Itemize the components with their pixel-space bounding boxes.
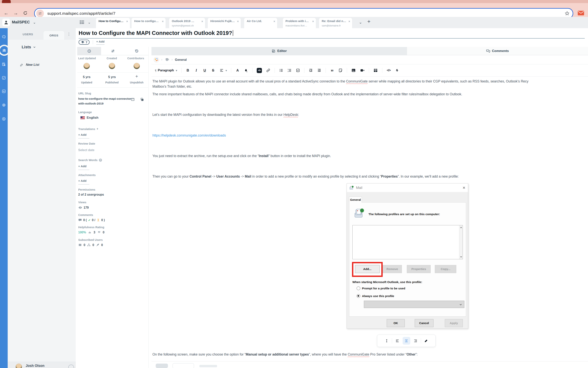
language-value[interactable]: English	[87, 116, 98, 120]
mail-dialog-screenshot[interactable]: Mail × General The following profiles ar…	[347, 183, 468, 329]
tab-comments[interactable]: Comments	[407, 47, 588, 55]
align-center-button-active[interactable]	[403, 337, 410, 345]
graduation-cap-icon[interactable]	[165, 57, 169, 62]
bottom-button-cutoff[interactable]	[172, 363, 194, 368]
paragraph[interactable]: On the following screen, make sure you c…	[153, 352, 417, 357]
translations-plus-icon[interactable]: +	[96, 127, 98, 131]
clear-format-button[interactable]	[395, 68, 399, 73]
avatar[interactable]	[84, 63, 90, 69]
tab-editor[interactable]: Editor	[152, 47, 407, 55]
close-icon[interactable]: ×	[273, 20, 275, 23]
tab-list-chevron-down-icon[interactable]: ⌄	[88, 20, 91, 25]
paragraph[interactable]: The MAPI plugin for Outlook allows you t…	[153, 79, 528, 83]
unpublish-plus-icon[interactable]: +	[128, 74, 145, 79]
font-color-button[interactable]: A	[235, 68, 240, 73]
rail-item-billing[interactable]: $	[2, 117, 6, 121]
close-icon[interactable]: ×	[312, 20, 314, 23]
reload-button[interactable]	[22, 9, 29, 17]
meta-tab-transfer[interactable]	[101, 47, 125, 55]
code-view-button[interactable]: </>	[387, 69, 391, 72]
paragraph[interactable]: You just need to extract the archive, ru…	[153, 154, 331, 158]
back-button[interactable]: ←	[3, 9, 9, 17]
indent-button[interactable]	[309, 68, 313, 73]
article-tab[interactable]: Problem with i… × massimiliano.flori…	[283, 18, 316, 28]
close-icon[interactable]: ×	[201, 20, 203, 23]
attachments-add-button[interactable]: + Add	[78, 179, 89, 184]
lists-header[interactable]: Lists	[22, 45, 36, 49]
url-text[interactable]: support.mailspec.com/app#/t/article/7	[47, 11, 115, 16]
meta-tab-history[interactable]	[125, 47, 149, 55]
video-button[interactable]	[360, 68, 365, 73]
rail-item-chat[interactable]	[2, 35, 6, 39]
paragraph-style-dropdown[interactable]: ¶ Paragraph ▾	[155, 68, 177, 72]
brand-chevron-down-icon[interactable]: ⌄	[33, 20, 36, 25]
edit-pencil-icon[interactable]	[424, 339, 428, 343]
paragraph[interactable]: Let’s start the MAPI configuration by do…	[153, 113, 299, 117]
forward-button[interactable]: →	[12, 9, 19, 17]
rail-item-tasks[interactable]	[2, 76, 6, 80]
blockquote-button[interactable]: ”	[330, 69, 334, 72]
translations-add-button[interactable]: + Add	[78, 133, 89, 138]
brand-name[interactable]: MailSPEC	[12, 20, 30, 24]
tab-orgs[interactable]: ORGS	[43, 31, 65, 40]
paragraph[interactable]: Mailbox’s Trash folder, etc.	[153, 84, 192, 89]
italic-button[interactable]: I	[194, 68, 199, 73]
new-tab-button[interactable]: +	[367, 18, 371, 25]
tab-list-button[interactable]	[79, 19, 85, 25]
bottom-button-cutoff[interactable]	[156, 364, 168, 368]
underline-button[interactable]: U	[203, 68, 207, 73]
browser-tab[interactable]	[2, 0, 11, 3]
download-link[interactable]: https://helpdesk.communigate.com/en/down…	[153, 133, 226, 138]
rail-item-articles[interactable]	[2, 62, 6, 66]
table-button[interactable]	[373, 68, 378, 73]
text-wrap-cursor-icon[interactable]	[385, 339, 389, 343]
tab-users[interactable]: USERS	[23, 33, 33, 36]
code-block-button[interactable]: </>	[257, 68, 262, 73]
meta-tab-info[interactable]	[77, 47, 101, 55]
avatar[interactable]	[134, 63, 140, 69]
thumbs-down-icon[interactable]	[97, 230, 101, 234]
review-date-input[interactable]: Select date	[78, 148, 94, 152]
mail-extension-icon[interactable]	[577, 9, 585, 17]
site-settings-icon[interactable]	[36, 9, 44, 17]
rail-item-reports[interactable]	[2, 89, 6, 93]
rail-item-settings[interactable]	[2, 103, 6, 107]
close-icon[interactable]: ×	[126, 20, 128, 23]
align-dropdown[interactable]: ▾	[219, 68, 227, 73]
breadcrumb-current[interactable]: General	[175, 58, 187, 62]
article-tab[interactable]: How to configu… ×	[131, 18, 166, 28]
paragraph[interactable]: Then you can go to your Control Panel ->…	[153, 175, 459, 179]
mailspec-logo-icon[interactable]	[154, 57, 159, 62]
account-button[interactable]	[2, 18, 10, 26]
url-slug-value[interactable]: how-to-configure-the-mapi-connector-with…	[78, 96, 134, 106]
new-list-item[interactable]: New List	[20, 63, 39, 67]
align-right-icon[interactable]	[414, 339, 417, 343]
link-button[interactable]	[266, 68, 270, 73]
article-tab[interactable]: Outlook 2019 … × sysmon@goeast.ch	[169, 18, 205, 28]
numbered-list-button[interactable]: 12	[287, 68, 292, 73]
paragraph[interactable]: The more important features of the MAPI …	[153, 92, 462, 96]
outdent-button[interactable]	[317, 68, 321, 73]
rail-item-users[interactable]	[0, 46, 9, 55]
add-tag-button[interactable]: + Add	[96, 40, 104, 45]
tabs-overflow-chevron-icon[interactable]: ⌄	[359, 20, 362, 25]
unpublish-caption[interactable]: Unpublish	[128, 81, 145, 84]
checklist-button[interactable]	[296, 68, 300, 73]
thumbs-up-icon[interactable]	[88, 230, 92, 234]
note-button[interactable]	[338, 68, 343, 73]
permissions-value[interactable]: 2 of 2 usergroups	[78, 193, 104, 196]
article-tab[interactable]: How to Configu… ×	[96, 18, 130, 28]
copy-icon[interactable]	[140, 97, 144, 101]
close-icon[interactable]: ×	[348, 20, 350, 23]
article-tab[interactable]: Air Co Ltd. ×	[244, 18, 277, 28]
article-tab[interactable]: Re: Email did n… × sam@domaine.fr	[319, 18, 352, 28]
open-in-window-icon[interactable]	[131, 97, 135, 101]
courses-badge[interactable]: 7	[79, 40, 90, 45]
close-icon[interactable]: ×	[237, 20, 239, 23]
bookmark-star-icon[interactable]	[565, 11, 570, 16]
article-tab[interactable]: Hiromichi Fujik… ×	[208, 18, 241, 28]
sidebar-more-icon[interactable]: ⋮	[67, 32, 71, 36]
page-title[interactable]: How to Configure the MAPI Connector with…	[79, 30, 233, 36]
search-words-add-button[interactable]: + Add	[78, 165, 89, 170]
image-button[interactable]	[351, 68, 356, 73]
